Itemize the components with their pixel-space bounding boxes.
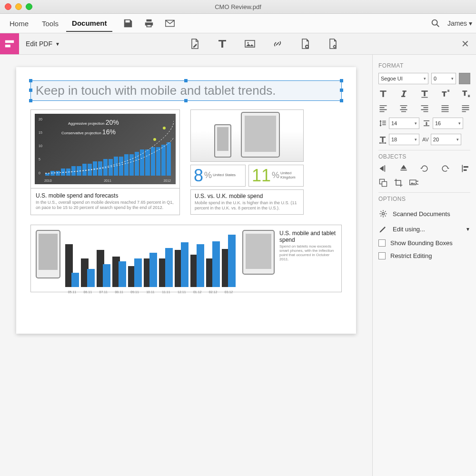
print-icon[interactable]	[144, 18, 154, 29]
resize-handle[interactable]	[184, 79, 188, 82]
bold-icon[interactable]	[378, 89, 388, 99]
resize-handle[interactable]	[29, 99, 32, 102]
trend-caption-text: Spend on tablets now exceeds smart phone…	[279, 244, 337, 261]
kerning-select[interactable]: 20	[431, 134, 461, 145]
option-scanned-docs[interactable]: Scanned Documents	[378, 206, 470, 221]
rotate-cw-icon[interactable]	[440, 164, 450, 173]
align-justify-last-icon[interactable]	[461, 103, 470, 113]
horizontal-scale-icon	[378, 135, 387, 144]
add-text-icon[interactable]	[217, 38, 228, 50]
menubar: Home Tools Document James ▾	[0, 14, 476, 33]
add-page-icon[interactable]	[299, 38, 311, 50]
tablet-icon	[241, 112, 280, 158]
svg-rect-10	[382, 182, 387, 187]
tablet-icon	[242, 230, 275, 275]
headline-text: Keep in touch with mobile and tablet tre…	[36, 83, 276, 98]
rotate-ccw-icon[interactable]	[420, 164, 429, 173]
underline-icon[interactable]	[420, 89, 429, 99]
gear-icon	[378, 209, 388, 218]
flip-horizontal-icon[interactable]	[378, 164, 388, 173]
option-show-bounding[interactable]: Show Bounding Boxes	[378, 237, 470, 249]
crop-icon[interactable]	[394, 178, 403, 188]
trend-chart: 05.1106.1107.1108.1109.1110.1111.1112.11…	[65, 230, 236, 287]
checkbox-icon[interactable]	[378, 252, 386, 259]
compare-caption-title: U.S. vs. U.K. mobile spend	[195, 193, 299, 199]
svg-rect-2	[5, 45, 10, 48]
search-icon[interactable]	[430, 18, 441, 29]
forecast-caption-text: In the U.S., overall spend on mobile dev…	[36, 200, 175, 211]
svg-point-12	[382, 213, 385, 215]
save-icon[interactable]	[123, 18, 133, 29]
add-link-icon[interactable]	[272, 38, 283, 50]
menu-tools[interactable]: Tools	[36, 16, 64, 31]
italic-icon[interactable]	[399, 89, 408, 99]
font-select[interactable]: Segoe UI	[378, 73, 428, 84]
resize-handle[interactable]	[340, 89, 343, 92]
paragraph-spacing-select[interactable]: 16	[433, 118, 463, 129]
close-toolbar-icon[interactable]: ✕	[461, 38, 469, 50]
resize-handle[interactable]	[340, 79, 343, 82]
phone-icon	[214, 124, 231, 158]
subscript-icon[interactable]	[461, 89, 470, 99]
replace-image-icon[interactable]	[409, 178, 418, 188]
align-justify-icon[interactable]	[440, 103, 450, 113]
resize-handle[interactable]	[340, 99, 343, 102]
align-left-icon[interactable]	[378, 103, 388, 113]
kerning-icon: AV	[422, 137, 429, 142]
mail-icon[interactable]	[165, 18, 175, 29]
headline-textbox[interactable]: Keep in touch with mobile and tablet tre…	[30, 80, 342, 101]
devices-illustration	[190, 109, 304, 162]
align-center-icon[interactable]	[399, 103, 408, 113]
stat-uk: 11% United Kingdom	[248, 165, 304, 187]
paragraph-spacing-icon	[422, 119, 431, 128]
phone-icon	[36, 230, 60, 278]
resize-handle[interactable]	[29, 79, 32, 82]
color-swatch[interactable]	[459, 73, 470, 84]
options-heading: OPTIONS	[378, 196, 470, 202]
checkbox-icon[interactable]	[378, 239, 386, 247]
resize-handle[interactable]	[29, 89, 32, 92]
line-spacing-select[interactable]: 14	[389, 118, 419, 129]
option-restrict-editing[interactable]: Restrict Editing	[378, 249, 470, 262]
titlebar: CMO Review.pdf	[0, 0, 476, 14]
menu-document[interactable]: Document	[66, 15, 112, 32]
flip-vertical-icon[interactable]	[399, 164, 408, 173]
align-right-icon[interactable]	[420, 103, 429, 113]
arrange-icon[interactable]	[378, 178, 388, 188]
user-menu[interactable]: James ▾	[447, 20, 472, 27]
line-spacing-icon	[378, 119, 387, 128]
tool-mode-icon[interactable]	[0, 33, 19, 54]
format-heading: FORMAT	[378, 62, 470, 69]
font-size-select[interactable]: 0	[431, 73, 456, 84]
format-panel: FORMAT Segoe UI 0	[372, 55, 476, 476]
add-image-icon[interactable]	[244, 38, 256, 50]
toolbar: Edit PDF ▼ ✕	[0, 33, 476, 55]
window-title: CMO Review.pdf	[0, 3, 476, 10]
align-objects-icon[interactable]	[461, 164, 470, 173]
page-settings-icon[interactable]	[327, 38, 338, 50]
stat-us: 8% United States	[190, 165, 246, 187]
document-page[interactable]: Keep in touch with mobile and tablet tre…	[16, 67, 356, 334]
superscript-icon[interactable]	[440, 89, 450, 99]
edit-page-icon[interactable]	[189, 38, 200, 50]
horizontal-scale-select[interactable]: 18	[389, 134, 419, 145]
pencil-icon	[378, 224, 388, 234]
canvas[interactable]: Keep in touch with mobile and tablet tre…	[0, 55, 372, 476]
resize-handle[interactable]	[184, 99, 188, 102]
forecast-chart: 20151050 Aggressive projection 20% Conse…	[35, 114, 176, 184]
menu-quick-icons	[123, 18, 175, 29]
menu-home[interactable]: Home	[4, 16, 34, 31]
objects-heading: OBJECTS	[378, 153, 470, 160]
forecast-caption-title: U.S. mobile spend and forecasts	[36, 192, 175, 199]
svg-rect-1	[5, 40, 14, 43]
trend-caption-title: U.S. mobile and tablet spend	[279, 230, 337, 243]
chart-card-forecasts: 20151050 Aggressive projection 20% Conse…	[30, 109, 180, 215]
svg-point-0	[432, 20, 437, 25]
chart-card-trend: 05.1106.1107.1108.1109.1110.1111.1112.11…	[30, 225, 342, 292]
svg-point-4	[248, 42, 249, 44]
tool-mode-label[interactable]: Edit PDF ▼	[19, 40, 67, 48]
svg-rect-11	[410, 180, 416, 185]
option-edit-using[interactable]: Edit using...▼	[378, 221, 470, 237]
compare-caption-text: Mobile spend in the U.K. is higher than …	[195, 200, 299, 211]
